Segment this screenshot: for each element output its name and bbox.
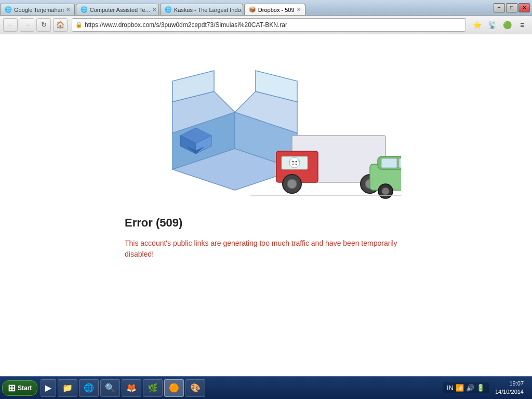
back-button[interactable]: ← [3,18,18,32]
tab-4-label: Dropbox - 509 [258,7,295,13]
lang-indicator: IN [447,384,454,392]
sys-tray: IN 📶 🔊 🔋 [443,382,489,393]
firefox-icon: 🦊 [126,383,137,393]
extensions-icon[interactable]: 🟢 [500,18,514,32]
svg-point-14 [289,157,300,168]
tab-4-close[interactable]: ✕ [297,7,301,12]
error-svg [131,55,401,201]
clock: 19:07 14/10/2014 [492,380,527,396]
tab-1-icon: 🌐 [5,6,12,14]
volume-icon: 🔊 [466,384,474,392]
start-button[interactable]: ⊞ Start [2,380,37,396]
error-illustration [131,55,401,201]
network-icon: 📶 [456,384,464,392]
taskbar-browser2[interactable]: 🌿 [143,379,163,397]
tab-2[interactable]: 🌐 Computer Assisted Te... ✕ [76,4,159,15]
reload-button[interactable]: ↻ [36,18,51,32]
menu-icon[interactable]: ≡ [515,18,529,32]
start-label: Start [18,384,32,392]
taskbar-paint[interactable]: 🎨 [185,379,205,397]
bookmark-star-icon[interactable]: ⭐ [470,18,484,32]
taskbar-chrome[interactable]: 🟠 [164,379,184,397]
address-lock-icon: 🔒 [75,21,83,28]
svg-point-15 [292,161,294,163]
tab-4-icon: 📦 [249,6,256,14]
tab-3[interactable]: 🌐 Kaskus - The Largest Indo... ✕ [160,4,243,15]
tab-3-label: Kaskus - The Largest Indo... [174,7,243,13]
ie-icon: 🌐 [84,383,94,393]
toolbar: ← → ↻ 🏠 🔒 ⭐ 📡 🟢 ≡ [0,16,532,34]
chrome-icon: 🟠 [169,383,179,393]
clock-date: 14/10/2014 [495,388,524,396]
home-button[interactable]: 🏠 [53,18,68,32]
tab-2-close[interactable]: ✕ [152,7,156,12]
taskbar-media-player[interactable]: ▶ [41,379,56,397]
maximize-button[interactable]: □ [506,3,517,12]
tab-1-close[interactable]: ✕ [66,7,70,12]
battery-icon: 🔋 [476,384,485,392]
title-bar: 🌐 Google Terjemahan ✕ 🌐 Computer Assiste… [0,0,532,16]
content-area: Error (509) This account's public links … [0,34,532,376]
taskbar: ⊞ Start ▶ 📁 🌐 🔍 🦊 🌿 🟠 [0,376,532,399]
search-taskbar-icon: 🔍 [105,383,115,393]
svg-rect-23 [381,158,397,168]
file-explorer-icon: 📁 [62,383,73,393]
cast-icon[interactable]: 📡 [485,18,499,32]
media-player-icon: ▶ [45,383,51,393]
svg-point-26 [382,188,389,195]
taskbar-items: ▶ 📁 🌐 🔍 🦊 🌿 🟠 🎨 [41,379,440,397]
tab-2-label: Computer Assisted Te... [90,7,150,13]
tab-4[interactable]: 📦 Dropbox - 509 ✕ [244,4,305,15]
svg-point-16 [296,161,297,163]
tab-3-icon: 🌐 [165,6,172,14]
taskbar-ie[interactable]: 🌐 [79,379,99,397]
forward-button[interactable]: → [20,18,34,32]
tab-2-icon: 🌐 [81,6,88,14]
browser-window: 🌐 Google Terjemahan ✕ 🌐 Computer Assiste… [0,0,532,399]
window-controls: − □ ✕ [490,0,532,15]
paint-icon: 🎨 [190,383,201,393]
minimize-button[interactable]: − [494,3,505,12]
close-button[interactable]: ✕ [518,3,530,12]
tab-1-label: Google Terjemahan [14,7,64,13]
error-title: Error (509) [125,216,182,230]
taskbar-file-explorer[interactable]: 📁 [58,379,77,397]
address-bar-container: 🔒 [72,18,466,32]
taskbar-firefox[interactable]: 🦊 [122,379,141,397]
address-input[interactable] [85,21,462,29]
error-message: This account's public links are generati… [125,238,416,260]
windows-icon: ⊞ [8,382,16,394]
svg-point-18 [287,179,297,189]
tab-1[interactable]: 🌐 Google Terjemahan ✕ [0,4,75,15]
svg-rect-24 [399,158,401,168]
toolbar-icons: ⭐ 📡 🟢 ≡ [470,18,529,32]
taskbar-right: IN 📶 🔊 🔋 19:07 14/10/2014 [440,380,530,396]
browser2-icon: 🌿 [148,383,158,393]
clock-time: 19:07 [495,380,524,388]
tabs-container: 🌐 Google Terjemahan ✕ 🌐 Computer Assiste… [0,0,490,15]
taskbar-search[interactable]: 🔍 [100,379,120,397]
